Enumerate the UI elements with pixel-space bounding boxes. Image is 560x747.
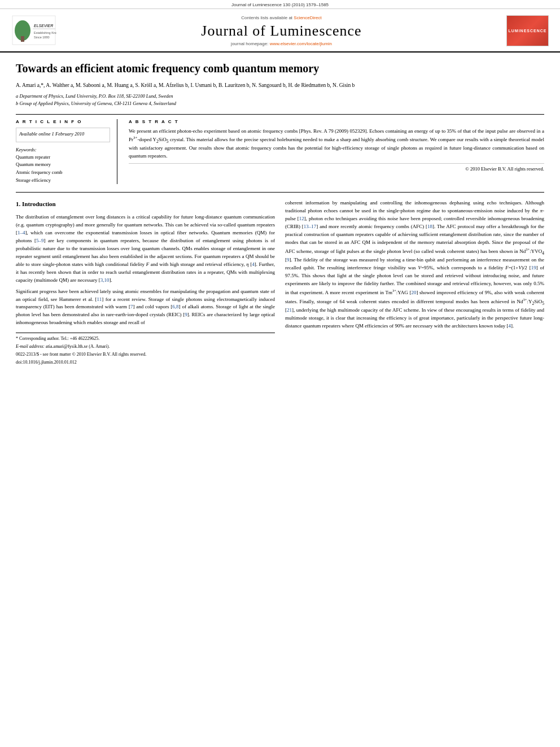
footnote-email: E-mail address: atia.amari@fysik.lth.se … [16,343,275,350]
affil-a: a Department of Physics, Lund University… [16,93,544,100]
available-online: Available online 1 February 2010 [19,131,107,137]
copyright-line: © 2010 Elsevier B.V. All rights reserved… [129,163,544,172]
footnote-corresponding: * Corresponding author. Tel.: +46 462229… [16,335,275,342]
authors-line: A. Amari a,*, A. Walther a, M. Sabooni a… [16,81,544,89]
journal-citation: Journal of Luminescence 130 (2010) 1579–… [231,2,329,7]
article-title: Towards an efficient atomic frequency co… [16,61,544,76]
body-left-p2: Significant progress have been achieved … [16,288,275,327]
authors-text: A. Amari a,*, A. Walther a, M. Sabooni a… [16,82,355,88]
available-online-box: Available online 1 February 2010 [16,128,110,142]
abstract-heading: A B S T R A C T [129,119,544,124]
keywords-label: Keywords: [16,147,110,152]
svg-text:ELSEVIER: ELSEVIER [34,24,53,28]
footnote-doi: doi:10.1016/j.jlumin.2010.01.012 [16,359,275,366]
col-right: coherent information by manipulating and… [285,199,544,367]
footnote-issn: 0022-2313/$ - see front matter © 2010 El… [16,351,275,358]
homepage-link[interactable]: www.elsevier.com/locate/jlumin [270,41,332,46]
keyword-4: Storage efficiency [16,177,110,185]
sciencedirect-line: Contents lists available at ScienceDirec… [62,15,501,20]
body-columns: 1. Introduction The distribution of enta… [16,192,544,367]
journal-logo-box: LUMINESCENCE [506,15,549,46]
sciencedirect-link[interactable]: ScienceDirect [294,15,321,20]
journal-center-header: Contents lists available at ScienceDirec… [62,15,501,46]
journal-title: Journal of Luminescence [62,23,501,40]
info-abstract-section: A R T I C L E I N F O Available online 1… [16,114,544,184]
section1-title: 1. Introduction [16,199,275,209]
svg-rect-2 [21,36,24,42]
article-info-heading: A R T I C L E I N F O [16,119,110,124]
journal-header: ELSEVIER Establishing Knowledge Since 18… [0,9,560,53]
affil-b: b Group of Applied Physics, University o… [16,100,544,107]
body-left-p1: The distribution of entanglement over lo… [16,213,275,284]
main-content: Towards an efficient atomic frequency co… [0,53,560,375]
keyword-2: Quantum memory [16,161,110,169]
journal-logo-right: LUMINESCENCE [506,15,549,46]
svg-text:Establishing Knowledge: Establishing Knowledge [34,31,56,34]
keyword-3: Atomic frequency comb [16,169,110,177]
abstract-text: We present an efficient photon-echo expe… [129,128,544,160]
abstract-section: A B S T R A C T We present an efficient … [129,119,544,184]
body-right-p1: coherent information by manipulating and… [285,199,544,330]
page-wrapper: Journal of Luminescence 130 (2010) 1579–… [0,0,560,747]
keywords-list: Quantum repeater Quantum memory Atomic f… [16,154,110,184]
svg-text:Since 1880: Since 1880 [34,36,50,39]
keyword-1: Quantum repeater [16,154,110,161]
col-left: 1. Introduction The distribution of enta… [16,199,275,367]
journal-citation-bar: Journal of Luminescence 130 (2010) 1579–… [0,0,560,9]
journal-homepage: journal homepage: www.elsevier.com/locat… [62,41,501,46]
footnote-area: * Corresponding author. Tel.: +46 462229… [16,333,275,366]
elsevier-logo: ELSEVIER Establishing Knowledge Since 18… [11,15,56,47]
article-info-column: A R T I C L E I N F O Available online 1… [16,119,117,184]
affiliations: a Department of Physics, Lund University… [16,93,544,107]
